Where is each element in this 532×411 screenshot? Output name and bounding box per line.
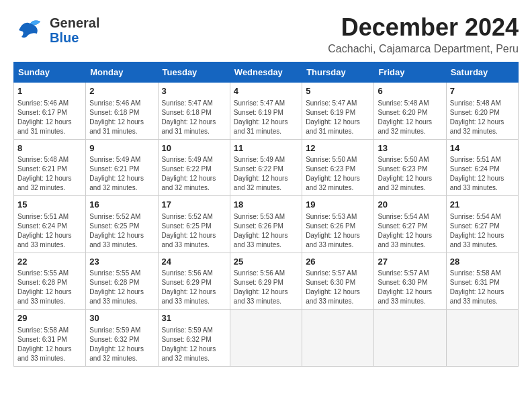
calendar-cell (230, 310, 302, 367)
day-number: 10 (162, 142, 226, 154)
day-number: 14 (450, 142, 515, 154)
day-info: Sunrise: 5:46 AM Sunset: 6:18 PM Dayligh… (89, 99, 154, 136)
day-number: 17 (162, 199, 226, 211)
calendar-cell: 4Sunrise: 5:47 AM Sunset: 6:19 PM Daylig… (230, 83, 302, 140)
day-number: 30 (89, 312, 154, 324)
day-number: 31 (162, 312, 226, 324)
calendar-cell: 3Sunrise: 5:47 AM Sunset: 6:18 PM Daylig… (158, 83, 230, 140)
calendar-cell: 12Sunrise: 5:50 AM Sunset: 6:23 PM Dayli… (302, 139, 374, 196)
calendar-cell: 27Sunrise: 5:57 AM Sunset: 6:30 PM Dayli… (374, 253, 446, 310)
day-info: Sunrise: 5:53 AM Sunset: 6:26 PM Dayligh… (306, 212, 370, 250)
month-title: December 2024 (328, 13, 519, 42)
day-info: Sunrise: 5:49 AM Sunset: 6:21 PM Dayligh… (89, 155, 154, 193)
calendar-cell: 17Sunrise: 5:52 AM Sunset: 6:25 PM Dayli… (158, 196, 230, 253)
week-row-4: 29Sunrise: 5:58 AM Sunset: 6:31 PM Dayli… (14, 310, 519, 367)
calendar-cell (374, 310, 446, 367)
logo: General Blue (13, 13, 99, 47)
day-info: Sunrise: 5:49 AM Sunset: 6:22 PM Dayligh… (162, 155, 226, 193)
week-row-2: 15Sunrise: 5:51 AM Sunset: 6:24 PM Dayli… (14, 196, 519, 253)
calendar-cell: 18Sunrise: 5:53 AM Sunset: 6:26 PM Dayli… (230, 196, 302, 253)
calendar-cell: 11Sunrise: 5:49 AM Sunset: 6:22 PM Dayli… (230, 139, 302, 196)
day-info: Sunrise: 5:47 AM Sunset: 6:18 PM Dayligh… (162, 99, 226, 136)
day-number: 22 (17, 256, 82, 268)
day-info: Sunrise: 5:49 AM Sunset: 6:22 PM Dayligh… (234, 155, 298, 193)
subtitle: Cachachi, Cajamarca Department, Peru (328, 43, 519, 55)
calendar-cell: 30Sunrise: 5:59 AM Sunset: 6:32 PM Dayli… (86, 310, 158, 367)
week-row-0: 1Sunrise: 5:46 AM Sunset: 6:17 PM Daylig… (14, 83, 519, 140)
day-info: Sunrise: 5:48 AM Sunset: 6:21 PM Dayligh… (17, 155, 82, 193)
day-info: Sunrise: 5:55 AM Sunset: 6:28 PM Dayligh… (89, 269, 154, 306)
day-info: Sunrise: 5:54 AM Sunset: 6:27 PM Dayligh… (378, 212, 442, 250)
day-number: 4 (234, 85, 298, 97)
day-number: 21 (450, 199, 515, 211)
day-number: 29 (17, 312, 82, 324)
day-info: Sunrise: 5:53 AM Sunset: 6:26 PM Dayligh… (234, 212, 298, 250)
calendar-cell: 1Sunrise: 5:46 AM Sunset: 6:17 PM Daylig… (14, 83, 86, 140)
day-number: 24 (162, 256, 226, 268)
calendar-cell: 24Sunrise: 5:56 AM Sunset: 6:29 PM Dayli… (158, 253, 230, 310)
day-number: 2 (89, 85, 154, 97)
calendar-cell: 9Sunrise: 5:49 AM Sunset: 6:21 PM Daylig… (86, 139, 158, 196)
day-number: 16 (89, 199, 154, 211)
calendar-cell: 13Sunrise: 5:50 AM Sunset: 6:23 PM Dayli… (374, 139, 446, 196)
calendar-cell: 6Sunrise: 5:48 AM Sunset: 6:20 PM Daylig… (374, 83, 446, 140)
day-number: 3 (162, 85, 226, 97)
calendar-cell (446, 310, 518, 367)
day-number: 28 (450, 256, 515, 268)
weekday-header-tuesday: Tuesday (158, 62, 230, 83)
day-info: Sunrise: 5:52 AM Sunset: 6:25 PM Dayligh… (162, 212, 226, 250)
calendar-cell: 14Sunrise: 5:51 AM Sunset: 6:24 PM Dayli… (446, 139, 518, 196)
calendar: SundayMondayTuesdayWednesdayThursdayFrid… (13, 62, 519, 367)
day-number: 11 (234, 142, 298, 154)
day-info: Sunrise: 5:51 AM Sunset: 6:24 PM Dayligh… (17, 212, 82, 250)
logo-bird-icon (13, 13, 47, 47)
header: General Blue December 2024 Cachachi, Caj… (13, 13, 519, 55)
day-info: Sunrise: 5:52 AM Sunset: 6:25 PM Dayligh… (89, 212, 154, 250)
calendar-cell: 21Sunrise: 5:54 AM Sunset: 6:27 PM Dayli… (446, 196, 518, 253)
weekday-header-friday: Friday (374, 62, 446, 83)
calendar-cell: 10Sunrise: 5:49 AM Sunset: 6:22 PM Dayli… (158, 139, 230, 196)
day-info: Sunrise: 5:55 AM Sunset: 6:28 PM Dayligh… (17, 269, 82, 306)
calendar-cell: 8Sunrise: 5:48 AM Sunset: 6:21 PM Daylig… (14, 139, 86, 196)
day-number: 5 (306, 85, 370, 97)
calendar-cell: 19Sunrise: 5:53 AM Sunset: 6:26 PM Dayli… (302, 196, 374, 253)
day-info: Sunrise: 5:58 AM Sunset: 6:31 PM Dayligh… (450, 269, 515, 306)
day-info: Sunrise: 5:54 AM Sunset: 6:27 PM Dayligh… (450, 212, 515, 250)
calendar-cell: 2Sunrise: 5:46 AM Sunset: 6:18 PM Daylig… (86, 83, 158, 140)
week-row-3: 22Sunrise: 5:55 AM Sunset: 6:28 PM Dayli… (14, 253, 519, 310)
day-number: 9 (89, 142, 154, 154)
day-info: Sunrise: 5:56 AM Sunset: 6:29 PM Dayligh… (234, 269, 298, 306)
day-number: 19 (306, 199, 370, 211)
day-info: Sunrise: 5:58 AM Sunset: 6:31 PM Dayligh… (17, 326, 82, 363)
day-number: 23 (89, 256, 154, 268)
day-info: Sunrise: 5:47 AM Sunset: 6:19 PM Dayligh… (306, 99, 370, 136)
weekday-header-wednesday: Wednesday (230, 62, 302, 83)
logo-text: General Blue (50, 15, 99, 45)
calendar-cell: 25Sunrise: 5:56 AM Sunset: 6:29 PM Dayli… (230, 253, 302, 310)
calendar-cell: 20Sunrise: 5:54 AM Sunset: 6:27 PM Dayli… (374, 196, 446, 253)
day-info: Sunrise: 5:47 AM Sunset: 6:19 PM Dayligh… (234, 99, 298, 136)
day-number: 7 (450, 85, 515, 97)
weekday-header-monday: Monday (86, 62, 158, 83)
day-info: Sunrise: 5:59 AM Sunset: 6:32 PM Dayligh… (162, 326, 226, 363)
day-number: 15 (17, 199, 82, 211)
calendar-cell: 23Sunrise: 5:55 AM Sunset: 6:28 PM Dayli… (86, 253, 158, 310)
day-number: 26 (306, 256, 370, 268)
weekday-header-saturday: Saturday (446, 62, 518, 83)
week-row-1: 8Sunrise: 5:48 AM Sunset: 6:21 PM Daylig… (14, 139, 519, 196)
calendar-cell: 26Sunrise: 5:57 AM Sunset: 6:30 PM Dayli… (302, 253, 374, 310)
title-section: December 2024 Cachachi, Cajamarca Depart… (328, 13, 519, 55)
day-number: 25 (234, 256, 298, 268)
calendar-cell: 5Sunrise: 5:47 AM Sunset: 6:19 PM Daylig… (302, 83, 374, 140)
calendar-cell: 16Sunrise: 5:52 AM Sunset: 6:25 PM Dayli… (86, 196, 158, 253)
calendar-cell (302, 310, 374, 367)
calendar-cell: 31Sunrise: 5:59 AM Sunset: 6:32 PM Dayli… (158, 310, 230, 367)
weekday-header-sunday: Sunday (14, 62, 86, 83)
day-info: Sunrise: 5:50 AM Sunset: 6:23 PM Dayligh… (306, 155, 370, 193)
day-number: 27 (378, 256, 442, 268)
day-info: Sunrise: 5:50 AM Sunset: 6:23 PM Dayligh… (378, 155, 442, 193)
calendar-cell: 7Sunrise: 5:48 AM Sunset: 6:20 PM Daylig… (446, 83, 518, 140)
day-number: 12 (306, 142, 370, 154)
day-info: Sunrise: 5:48 AM Sunset: 6:20 PM Dayligh… (450, 99, 515, 136)
day-number: 1 (17, 85, 82, 97)
